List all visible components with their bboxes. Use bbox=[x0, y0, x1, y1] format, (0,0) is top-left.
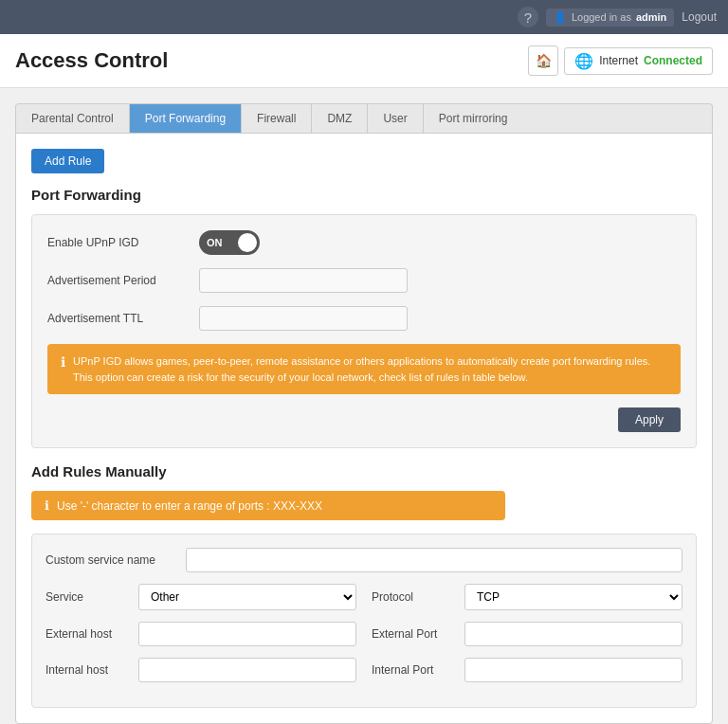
tab-port-mirroring[interactable]: Port mirroring bbox=[424, 104, 523, 133]
adv-ttl-input[interactable] bbox=[199, 306, 408, 331]
home-button[interactable]: 🏠 bbox=[528, 45, 558, 76]
external-port-label: External Port bbox=[372, 627, 457, 641]
external-port-group: External Port bbox=[372, 622, 682, 646]
upnp-toggle[interactable]: ON bbox=[199, 230, 260, 255]
service-label: Service bbox=[46, 590, 131, 604]
custom-service-input[interactable] bbox=[186, 548, 682, 572]
apply-row: Apply bbox=[47, 407, 681, 432]
tab-parental-control[interactable]: Parental Control bbox=[16, 104, 130, 133]
service-protocol-row: Service Other HTTP FTP SSH SMTP DNS Cust… bbox=[46, 584, 682, 610]
external-host-input[interactable] bbox=[138, 622, 356, 646]
range-info-icon: ℹ bbox=[45, 498, 49, 513]
manual-rules-form: Custom service name Service Other HTTP F… bbox=[31, 534, 697, 708]
upnp-section: Enable UPnP IGD ON Advertisement Period … bbox=[31, 214, 697, 448]
help-icon[interactable]: ? bbox=[518, 7, 538, 27]
tab-bar: Parental Control Port Forwarding Firewal… bbox=[15, 103, 713, 133]
custom-service-row: Custom service name bbox=[46, 548, 682, 572]
upnp-info-box: ℹ UPnP IGD allows games, peer-to-peer, r… bbox=[47, 344, 681, 394]
apply-button[interactable]: Apply bbox=[618, 407, 681, 432]
protocol-group: Protocol TCP UDP TCP/UDP bbox=[372, 584, 682, 610]
internal-port-input[interactable] bbox=[464, 658, 682, 682]
external-host-label: External host bbox=[46, 627, 131, 641]
internal-row: Internal host Internal Port bbox=[46, 658, 682, 682]
add-rules-title: Add Rules Manually bbox=[31, 463, 697, 480]
toggle-knob bbox=[238, 233, 257, 252]
user-icon: 👤 bbox=[554, 11, 567, 24]
internal-port-group: Internal Port bbox=[372, 658, 682, 682]
service-select[interactable]: Other HTTP FTP SSH SMTP DNS Custom bbox=[138, 584, 356, 610]
add-rule-button[interactable]: Add Rule bbox=[31, 149, 104, 173]
info-icon: ℹ bbox=[61, 354, 65, 370]
page-title: Access Control bbox=[15, 48, 168, 73]
header-right: 🏠 🌐 Internet Connected bbox=[528, 45, 713, 76]
logout-button[interactable]: Logout bbox=[682, 10, 717, 24]
top-bar: ? 👤 Logged in as admin Logout bbox=[0, 0, 728, 34]
page-header: Access Control 🏠 🌐 Internet Connected bbox=[0, 34, 728, 88]
external-host-group: External host bbox=[46, 622, 356, 646]
tab-user[interactable]: User bbox=[368, 104, 423, 133]
adv-period-label: Advertisement Period bbox=[47, 274, 199, 287]
add-rules-manually-section: Add Rules Manually ℹ Use '-' character t… bbox=[31, 463, 697, 708]
tab-port-forwarding[interactable]: Port Forwarding bbox=[130, 104, 242, 133]
tab-firewall[interactable]: Firewall bbox=[242, 104, 312, 133]
main-content: Parental Control Port Forwarding Firewal… bbox=[0, 88, 728, 724]
range-info-text: Use '-' character to enter a range of po… bbox=[57, 499, 322, 513]
internal-port-label: Internal Port bbox=[372, 663, 457, 677]
adv-period-input[interactable] bbox=[199, 268, 408, 293]
upnp-toggle-row: Enable UPnP IGD ON bbox=[47, 230, 681, 255]
adv-ttl-row: Advertisement TTL bbox=[47, 306, 681, 331]
internet-icon: 🌐 bbox=[574, 52, 593, 70]
upnp-label: Enable UPnP IGD bbox=[47, 236, 199, 249]
internal-host-group: Internal host bbox=[46, 658, 356, 682]
internal-host-label: Internal host bbox=[46, 663, 131, 677]
tab-dmz[interactable]: DMZ bbox=[312, 104, 368, 133]
range-info-box: ℹ Use '-' character to enter a range of … bbox=[31, 491, 505, 520]
port-forwarding-title: Port Forwarding bbox=[31, 187, 697, 203]
external-port-input[interactable] bbox=[464, 622, 682, 646]
custom-service-label: Custom service name bbox=[46, 553, 178, 567]
main-card: portforward Add Rule Port Forwarding Ena… bbox=[15, 133, 713, 724]
protocol-label: Protocol bbox=[372, 590, 457, 604]
internal-host-input[interactable] bbox=[138, 658, 356, 682]
service-group: Service Other HTTP FTP SSH SMTP DNS Cust… bbox=[46, 584, 356, 610]
internet-status: 🌐 Internet Connected bbox=[564, 47, 713, 75]
external-row: External host External Port bbox=[46, 622, 682, 646]
adv-period-row: Advertisement Period bbox=[47, 268, 681, 293]
user-info: 👤 Logged in as admin bbox=[546, 9, 674, 27]
protocol-select[interactable]: TCP UDP TCP/UDP bbox=[464, 584, 682, 610]
home-icon: 🏠 bbox=[536, 53, 552, 68]
upnp-info-text: UPnP IGD allows games, peer-to-peer, rem… bbox=[73, 353, 667, 385]
adv-ttl-label: Advertisement TTL bbox=[47, 312, 199, 325]
